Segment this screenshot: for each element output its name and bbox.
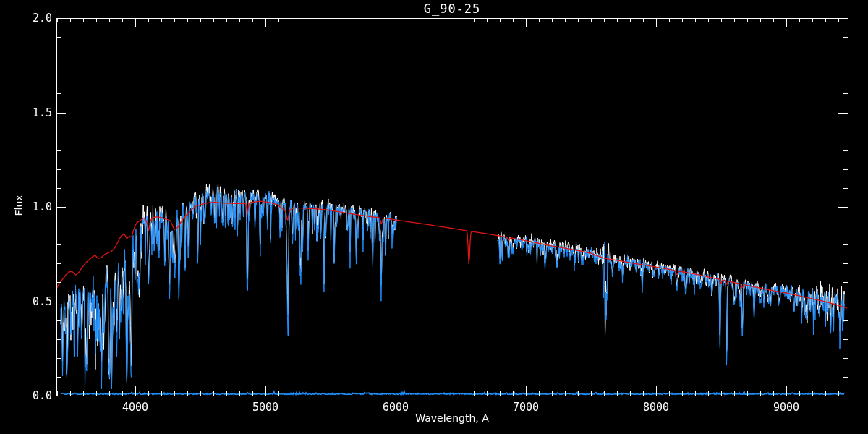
x-axis-tick-label: 4000 <box>106 401 164 414</box>
y-axis-tick-label: 1.5 <box>9 106 52 119</box>
spectrum-plot-window: G_90-25 Wavelength, A Flux 4000500060007… <box>0 0 868 434</box>
y-axis-tick-label: 0.0 <box>9 389 52 402</box>
spectrum-plot-canvas <box>0 0 868 434</box>
x-axis-tick-label: 6000 <box>367 401 425 414</box>
y-axis-tick-label: 1.0 <box>9 200 52 213</box>
y-axis-tick-label: 2.0 <box>9 12 52 25</box>
x-axis-label: Wavelength, A <box>56 412 848 424</box>
y-axis-tick-label: 0.5 <box>9 295 52 308</box>
x-axis-tick-label: 5000 <box>237 401 294 414</box>
x-axis-tick-label: 8000 <box>627 401 685 414</box>
x-axis-tick-label: 9000 <box>757 401 815 414</box>
x-axis-tick-label: 7000 <box>497 401 555 414</box>
plot-title: G_90-25 <box>56 1 848 16</box>
